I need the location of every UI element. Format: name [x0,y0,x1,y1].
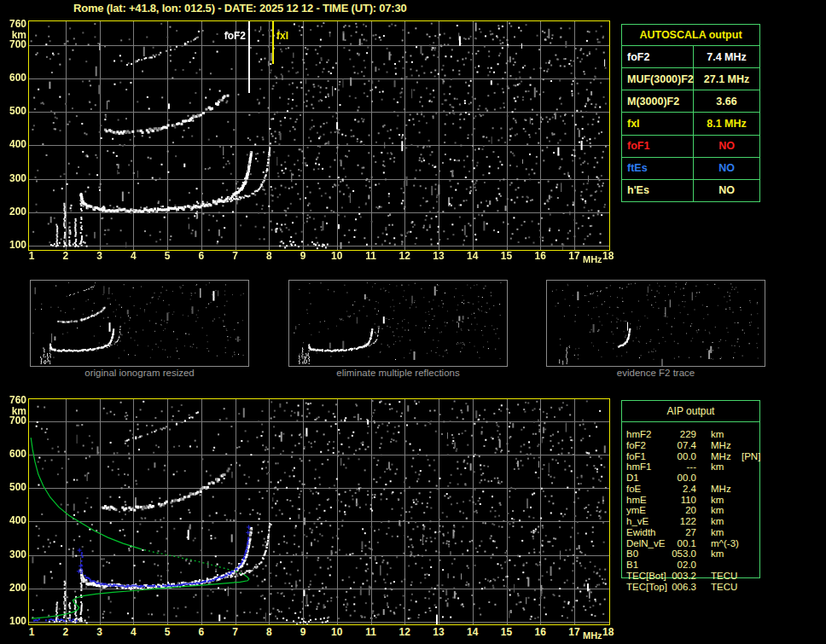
autoscala-row-foF2: foF27.4 MHz [622,46,759,67]
x-tick-label-top: 4 [131,251,137,262]
aip-unit: MHz [711,440,742,451]
x-tick-label-bottom: 17 [568,627,579,638]
autoscala-output-table: AUTOSCALA output foF27.4 MHzMUF(3000)F22… [621,24,760,202]
thumbnail-caption-eliminate: eliminate multiple reflections [288,368,508,379]
aip-value: 27 [671,527,696,538]
x-axis-unit-bottom: MHz [583,630,602,641]
autoscala-row-label: fxI [622,113,694,134]
y-tick-label-bottom: 400 [1,515,26,526]
x-tick-label-top: 3 [96,251,102,262]
x-tick-label-bottom: 1 [29,627,35,638]
x-tick-label-bottom: 15 [501,627,512,638]
x-tick-label-bottom: 13 [433,627,444,638]
autoscala-row-h'Es: h'EsNO [622,179,759,201]
x-tick-label-top: 12 [399,251,410,262]
aip-value: 110 [671,495,696,506]
aip-table-header: AIP output [622,401,759,422]
x-tick-label-top: 1 [29,251,35,262]
y-tick-label-bottom: 500 [1,482,26,493]
y-tick-label-top: 600 [1,73,26,84]
aip-row-foE: foE2.4MHz [621,484,766,495]
y-tick-label-top: 400 [1,139,26,150]
autoscala-row-label: M(3000)F2 [622,90,694,112]
aip-label: TEC[Bot] [626,571,671,582]
autoscala-row-foF1: foF1NO [622,135,759,157]
x-tick-label-bottom: 7 [232,627,238,638]
aip-row-D1: D100.0 [621,473,766,484]
autoscala-row-value: 27.1 MHz [694,73,759,85]
aip-note [742,484,766,495]
x-tick-label-top: 8 [266,251,272,262]
aip-row-foF2: foF207.4MHz [621,440,766,451]
y-tick-label-top: 200 [1,206,26,218]
aip-label: D1 [626,473,671,484]
autoscala-row-label: MUF(3000)F2 [622,68,694,90]
aip-label: hmE [626,495,671,506]
aip-table-body: hmF2229kmfoF207.4MHzfoF100.0MHz[PN]hmF1-… [621,429,766,592]
aip-unit: km [711,505,742,516]
x-tick-label-top: 2 [62,251,68,262]
x-tick-label-bottom: 18 [602,627,614,638]
aip-unit [711,473,742,484]
y-tick-label-bottom: 100 [1,616,26,627]
aip-value: 003.2 [671,571,696,582]
x-tick-label-top: 6 [198,251,204,262]
x-tick-label-bottom: 9 [300,627,306,638]
aip-value: 20 [671,505,696,516]
x-tick-label-top: 13 [433,251,444,262]
aip-label: DelN_vE [626,538,671,549]
aip-label: TEC[Top] [626,582,671,593]
autoscala-row-ftEs: ftEsNO [622,157,759,179]
aip-value: 006.3 [671,582,696,593]
y-axis-unit-top: km [1,30,26,41]
x-tick-label-bottom: 2 [62,627,68,638]
y-tick-label-bottom: 600 [1,449,26,460]
aip-row-TEC[Bot]: TEC[Bot]003.2TECU [621,571,766,582]
x-tick-label-bottom: 16 [535,627,546,638]
aip-note [742,548,766,560]
aip-value: 00.1 [671,538,696,549]
aip-note: [PN] [742,451,766,462]
thumbnail-original-ionogram [30,280,249,367]
aip-label: hmF1 [626,461,671,473]
aip-note [742,516,766,527]
aip-unit: km [711,516,742,527]
x-tick-label-top: 11 [365,251,376,262]
aip-note [742,473,766,484]
aip-value: 02.0 [671,560,696,571]
aip-value: 07.4 [671,440,696,451]
y-tick-label-top: 300 [1,173,26,184]
x-tick-label-top: 7 [232,251,238,262]
bottom-ionogram-canvas [28,398,610,625]
aip-value: 122 [671,516,696,527]
aip-unit: km [711,495,742,506]
autoscala-app-window: Rome (lat: +41.8, lon: 012.5) - DATE: 20… [0,0,826,644]
aip-row-B1: B102.0 [621,560,766,571]
autoscala-row-value: NO [694,162,759,174]
aip-unit: km [711,527,742,538]
autoscala-row-fxI: fxI8.1 MHz [622,112,759,134]
x-tick-label-top: 9 [300,251,306,262]
autoscala-table-header: AUTOSCALA output [622,25,759,46]
aip-value: 2.4 [671,484,696,495]
x-tick-label-top: 16 [535,251,546,262]
autoscala-row-label: h'Es [622,180,694,201]
fof2-marker-label: foF2 [213,31,246,42]
autoscala-table-body: foF27.4 MHzMUF(3000)F227.1 MHzM(3000)F23… [622,46,759,201]
thumbnail-eliminate-multiple-reflections [288,280,508,367]
thumbnail-caption-original: original ionogram resized [30,368,249,379]
aip-note [742,560,766,571]
x-tick-label-bottom: 12 [399,627,410,638]
aip-unit: TECU [711,571,742,582]
aip-unit: km [711,429,742,440]
thumbnail-evidence-f2-trace [546,280,765,367]
y-tick-label-bottom: 200 [1,583,26,594]
autoscala-row-value: 8.1 MHz [694,118,759,130]
aip-note [742,495,766,506]
aip-label: foF2 [626,440,671,451]
autoscala-row-value: NO [694,184,759,196]
x-tick-label-bottom: 14 [467,627,478,638]
aip-row-h_vE: h_vE122km [621,516,766,527]
autoscala-row-value: NO [694,140,759,152]
x-tick-label-top: 10 [331,251,342,262]
